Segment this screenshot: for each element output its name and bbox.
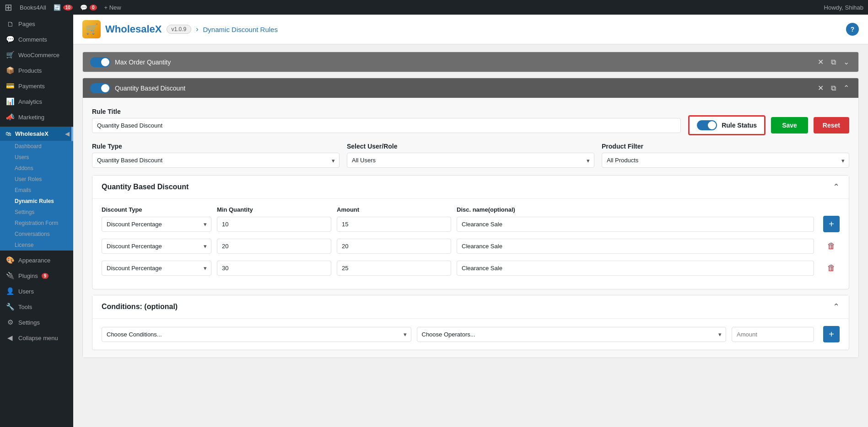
add-condition-button[interactable]: + bbox=[823, 326, 840, 342]
max-order-close-btn[interactable]: ✕ bbox=[816, 57, 825, 67]
sidebar-item-users-main[interactable]: 👤 Users bbox=[0, 283, 73, 299]
product-filter-select-wrap: All Products Specific Products Product C… bbox=[602, 153, 849, 168]
quantity-rule-close-btn[interactable]: ✕ bbox=[816, 83, 825, 93]
discount-section-inner: Discount Type Min Quantity Amount Disc. … bbox=[92, 199, 849, 289]
sidebar-item-collapse[interactable]: ◀ Collapse menu bbox=[0, 330, 73, 346]
sidebar-item-marketing[interactable]: 📣 Marketing bbox=[0, 109, 73, 125]
conditions-inner: Choose Conditions... Choose Operators... bbox=[92, 319, 849, 350]
conditions-section-header: Conditions: (optional) ⌃ bbox=[92, 295, 849, 319]
updates-item[interactable]: 🔄 10 bbox=[54, 4, 73, 11]
amount-input-3[interactable] bbox=[337, 261, 451, 276]
sidebar-item-conversations[interactable]: Conversations bbox=[0, 229, 73, 240]
sidebar-item-dashboard[interactable]: Dashboard bbox=[0, 141, 73, 152]
conditions-select[interactable]: Choose Conditions... bbox=[102, 327, 411, 342]
delete-row-button-2[interactable]: 🗑 bbox=[823, 238, 840, 254]
disc-name-input-3[interactable] bbox=[457, 261, 814, 276]
sidebar-item-tools[interactable]: 🔧 Tools bbox=[0, 299, 73, 315]
disc-name-input-1[interactable] bbox=[457, 217, 814, 232]
rule-status-actions: Rule Status Save Reset bbox=[688, 115, 849, 135]
action-wrap-1: + bbox=[819, 216, 840, 232]
disc-name-col-header: Disc. name(optional) bbox=[457, 206, 814, 213]
amount-input-2[interactable] bbox=[337, 239, 451, 254]
quantity-rule-toggle[interactable] bbox=[90, 83, 110, 93]
sidebar-item-registration-form[interactable]: Registration Form bbox=[0, 218, 73, 229]
breadcrumb-link[interactable]: Dynamic Discount Rules bbox=[203, 26, 278, 33]
sidebar-item-settings[interactable]: Settings bbox=[0, 207, 73, 218]
disc-name-input-2[interactable] bbox=[457, 239, 814, 254]
sidebar-bottom-section: 🎨 Appearance 🔌 Plugins 9 👤 Users 🔧 Tools… bbox=[0, 251, 73, 347]
disc-name-wrap-3 bbox=[457, 261, 814, 276]
conditions-section-collapse-btn[interactable]: ⌃ bbox=[833, 302, 840, 312]
rule-type-row: Rule Type Quantity Based Discount Simple… bbox=[92, 143, 849, 168]
conditions-amount-input[interactable] bbox=[732, 327, 814, 342]
discount-type-select-2[interactable]: Discount Percentage Fixed Discount Fixed… bbox=[102, 239, 211, 254]
sidebar-item-woocommerce[interactable]: 🛒 WooCommerce bbox=[0, 47, 73, 63]
product-filter-group: Product Filter All Products Specific Pro… bbox=[602, 143, 849, 168]
sidebar-item-plugins[interactable]: 🔌 Plugins 9 bbox=[0, 268, 73, 283]
help-button[interactable]: ? bbox=[846, 23, 859, 36]
sidebar-item-payments[interactable]: 💳 Payments bbox=[0, 78, 73, 94]
discount-type-select-3[interactable]: Discount Percentage Fixed Discount Fixed… bbox=[102, 261, 211, 276]
quantity-rule-label: Quantity Based Discount bbox=[115, 85, 811, 92]
tools-icon: 🔧 bbox=[5, 303, 15, 311]
sidebar-item-user-roles[interactable]: User Roles bbox=[0, 174, 73, 185]
rule-type-select[interactable]: Quantity Based Discount Simple Discount … bbox=[92, 153, 340, 168]
operator-select[interactable]: Choose Operators... bbox=[417, 327, 727, 342]
max-order-copy-btn[interactable]: ⧉ bbox=[829, 57, 838, 67]
amount-input-1[interactable] bbox=[337, 217, 451, 232]
sidebar-item-emails[interactable]: Emails bbox=[0, 185, 73, 196]
quantity-rule-toggle-wrap bbox=[90, 83, 110, 93]
discount-row: Discount Percentage Fixed Discount Fixed… bbox=[102, 238, 840, 254]
min-qty-col-header: Min Quantity bbox=[217, 206, 331, 213]
min-qty-wrap-2 bbox=[217, 239, 331, 254]
sidebar: 🗋 Pages 💬 Comments 🛒 WooCommerce 📦 Produ… bbox=[0, 15, 73, 427]
quantity-rule-copy-btn[interactable]: ⧉ bbox=[829, 83, 838, 93]
add-row-button[interactable]: + bbox=[823, 216, 840, 232]
rule-status-box: Rule Status bbox=[688, 115, 766, 135]
conditions-section-title: Conditions: (optional) bbox=[102, 303, 178, 311]
site-name[interactable]: Books4All bbox=[20, 4, 46, 11]
plugins-icon: 🔌 bbox=[5, 272, 15, 280]
sidebar-item-settings-main[interactable]: ⚙ Settings bbox=[0, 315, 73, 330]
discount-type-wrap-1: Discount Percentage Fixed Discount Fixed… bbox=[102, 217, 211, 232]
rule-title-group: Rule Title bbox=[92, 108, 681, 133]
conditions-amount-wrap bbox=[732, 327, 814, 342]
sidebar-item-addons[interactable]: Addons bbox=[0, 163, 73, 174]
sidebar-item-users[interactable]: Users bbox=[0, 152, 73, 163]
marketing-icon: 📣 bbox=[5, 113, 15, 121]
wholesalex-section: 🛍 WholesaleX ◀ Dashboard Users Addons Us… bbox=[0, 127, 73, 251]
sidebar-item-pages[interactable]: 🗋 Pages bbox=[0, 16, 73, 32]
user-role-select[interactable]: All Users Wholesale Customer Retail Cust… bbox=[347, 153, 594, 168]
sidebar-item-analytics[interactable]: 📊 Analytics bbox=[0, 94, 73, 109]
product-filter-select[interactable]: All Products Specific Products Product C… bbox=[602, 153, 849, 168]
sidebar-item-appearance[interactable]: 🎨 Appearance bbox=[0, 252, 73, 268]
min-qty-wrap-3 bbox=[217, 261, 331, 276]
delete-row-button-3[interactable]: 🗑 bbox=[823, 260, 840, 276]
appearance-icon: 🎨 bbox=[5, 256, 15, 264]
breadcrumb-arrow: › bbox=[196, 25, 198, 33]
rule-type-group: Rule Type Quantity Based Discount Simple… bbox=[92, 143, 340, 168]
discount-section-collapse-btn[interactable]: ⌃ bbox=[833, 182, 840, 192]
save-button[interactable]: Save bbox=[771, 117, 808, 133]
max-order-toggle[interactable] bbox=[90, 57, 110, 67]
reset-button[interactable]: Reset bbox=[814, 117, 849, 133]
rule-title-input[interactable] bbox=[92, 118, 681, 133]
quantity-rule-expand-btn[interactable]: ⌃ bbox=[841, 83, 851, 93]
product-filter-label: Product Filter bbox=[602, 143, 849, 150]
wholesalex-menu-header[interactable]: 🛍 WholesaleX ◀ bbox=[0, 127, 73, 141]
discount-type-select-1[interactable]: Discount Percentage Fixed Discount Fixed… bbox=[102, 217, 211, 232]
comments-item[interactable]: 💬 0 bbox=[80, 4, 97, 11]
min-qty-input-1[interactable] bbox=[217, 217, 331, 232]
sidebar-item-comments[interactable]: 💬 Comments bbox=[0, 32, 73, 47]
new-item[interactable]: + New bbox=[104, 4, 121, 11]
max-order-collapse-btn[interactable]: ⌄ bbox=[841, 57, 851, 67]
discount-type-select-wrap-2: Discount Percentage Fixed Discount Fixed… bbox=[102, 239, 211, 254]
min-qty-input-3[interactable] bbox=[217, 261, 331, 276]
rule-type-label: Rule Type bbox=[92, 143, 340, 150]
sidebar-item-license[interactable]: License bbox=[0, 240, 73, 251]
rule-status-toggle[interactable] bbox=[697, 120, 717, 130]
plugin-name: WholesaleX bbox=[105, 23, 162, 35]
sidebar-item-products[interactable]: 📦 Products bbox=[0, 63, 73, 78]
min-qty-input-2[interactable] bbox=[217, 239, 331, 254]
sidebar-item-dynamic-rules[interactable]: Dynamic Rules bbox=[0, 196, 73, 207]
